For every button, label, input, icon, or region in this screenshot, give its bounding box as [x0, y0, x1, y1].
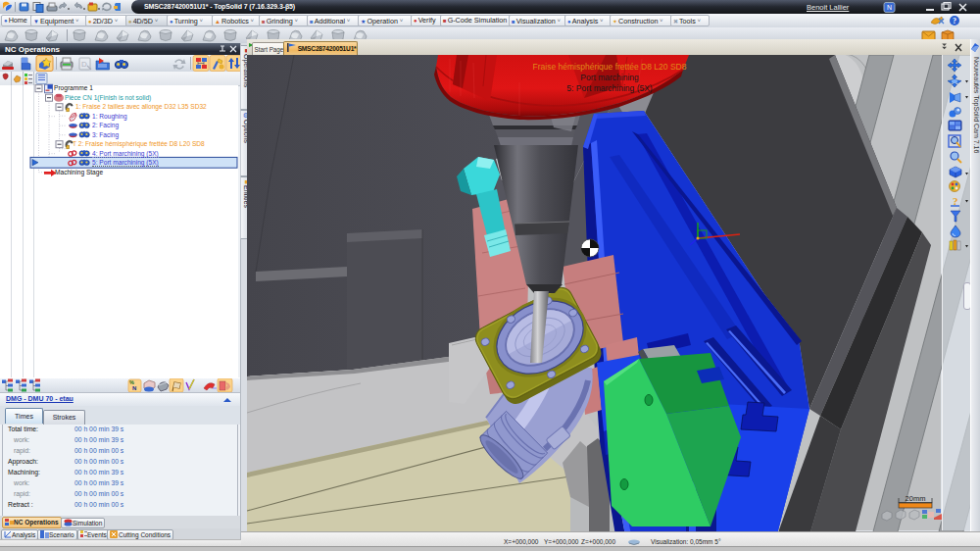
svg-text:D: D: [81, 60, 87, 69]
svg-text:?: ?: [953, 195, 958, 207]
svg-text:20mm: 20mm: [906, 494, 926, 503]
svg-text:?: ?: [953, 17, 956, 25]
svg-text:N: N: [887, 4, 892, 11]
svg-text:N: N: [132, 385, 136, 391]
svg-text:5: Port marchining (5X): 5: Port marchining (5X): [566, 83, 653, 93]
svg-text:Fraise hémisphérique frettée D: Fraise hémisphérique frettée D8 L20 SD8: [533, 62, 687, 72]
svg-text:Port marchining: Port marchining: [580, 73, 639, 82]
